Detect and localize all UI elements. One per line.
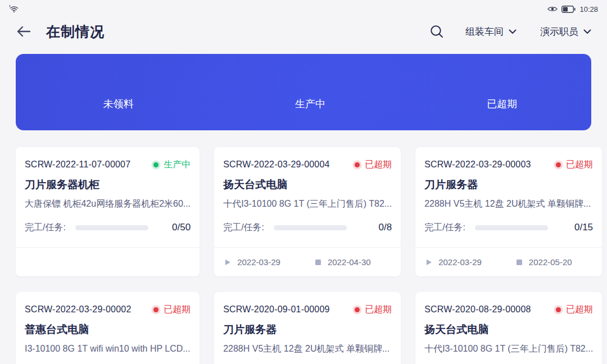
order-number: SCRW-2022-03-29-00003 <box>424 160 531 170</box>
square-icon <box>315 260 321 265</box>
status-badge: 已超期 <box>355 304 392 316</box>
order-number: SCRW-2022-03-29-00002 <box>25 304 132 315</box>
progress-label: 完工/任务: <box>223 222 264 234</box>
product-description: 大唐保镖 机柜42u网络服务器机柜2米60... <box>25 198 191 210</box>
play-icon <box>427 260 432 265</box>
card-body: SCRW-2022-03-29-00004 已超期 扬天台式电脑 十代I3-10… <box>214 147 401 233</box>
card-body: SCRW-2020-08-29-00008 已超期 扬天台式电脑 十代I3-10… <box>415 292 602 364</box>
product-description: 十代I3-10100 8G 1T (三年上门售后) T82... <box>223 198 392 210</box>
progress-label: 完工/任务: <box>424 222 465 234</box>
card-footer <box>16 248 200 276</box>
work-order-card[interactable]: SCRW-2022-03-29-00004 已超期 扬天台式电脑 十代I3-10… <box>214 147 401 276</box>
start-date-value: 2022-03-29 <box>438 257 482 267</box>
page-title: 在制情况 <box>46 22 105 41</box>
status-dot-icon <box>355 162 360 167</box>
status-bar: 10:28 <box>0 0 607 16</box>
progress-row: 完工/任务: 0/8 <box>223 222 392 233</box>
work-order-card[interactable]: SCRW-2020-09-01-00009 已超期 刀片服务器 2288H V5… <box>214 292 401 364</box>
card-footer: 2022-03-29 2022-05-20 <box>415 248 602 276</box>
progress-value: 0/15 <box>548 222 593 233</box>
status-dot-icon <box>153 307 158 312</box>
tab-in-production[interactable]: 生产中 <box>214 97 406 111</box>
due-date-value: 2022-05-20 <box>529 257 572 267</box>
status-dot-icon <box>556 307 561 312</box>
user-dropdown[interactable]: 演示职员 <box>540 25 591 38</box>
product-title: 刀片服务器 <box>424 178 593 192</box>
status-label: 生产中 <box>164 159 191 171</box>
workshop-dropdown-label: 组装车间 <box>465 25 504 38</box>
eye-icon <box>547 6 558 12</box>
play-icon <box>225 260 230 265</box>
start-date: 2022-03-29 <box>225 257 280 267</box>
status-badge: 已超期 <box>355 159 392 171</box>
chevron-down-icon <box>509 29 517 34</box>
order-number: SCRW-2022-11-07-00007 <box>25 160 130 170</box>
card-body: SCRW-2022-03-29-00002 已超期 普惠台式电脑 I3-1010… <box>16 292 200 364</box>
work-order-card[interactable]: SCRW-2022-03-29-00003 已超期 刀片服务器 2288H V5… <box>415 147 602 276</box>
due-date: 2022-04-30 <box>315 257 371 267</box>
status-label: 已超期 <box>365 304 392 316</box>
search-icon[interactable] <box>429 24 444 39</box>
square-icon <box>517 260 522 265</box>
work-order-card[interactable]: SCRW-2022-03-29-00002 已超期 普惠台式电脑 I3-1010… <box>16 292 200 364</box>
tab-not-picked[interactable]: 未领料 <box>22 97 214 111</box>
card-grid: SCRW-2022-11-07-00007 生产中 刀片服务器机柜 大唐保镖 机… <box>16 147 591 364</box>
product-title: 刀片服务器 <box>223 323 392 336</box>
back-button[interactable] <box>16 25 31 38</box>
card-body: SCRW-2022-03-29-00003 已超期 刀片服务器 2288H V5… <box>415 147 602 233</box>
status-label: 已超期 <box>566 304 593 316</box>
status-dot-icon <box>556 162 561 167</box>
progress-bar <box>475 225 548 230</box>
product-description: 十代I3-10100 8G 1T (三年上门售后) T82... <box>424 343 593 354</box>
status-badge: 已超期 <box>556 304 593 316</box>
start-date-value: 2022-03-29 <box>237 257 280 267</box>
tab-overdue[interactable]: 已超期 <box>406 97 598 111</box>
product-description: 2288H V5主机 12盘 2U机架式 单颗铜牌... <box>424 198 593 210</box>
start-date: 2022-03-29 <box>427 257 482 267</box>
status-summary-banner: 未领料 生产中 已超期 <box>16 54 591 130</box>
product-title: 扬天台式电脑 <box>424 323 593 336</box>
progress-row: 完工/任务: 0/15 <box>424 222 593 233</box>
wifi-icon <box>9 4 19 13</box>
status-badge: 生产中 <box>153 159 191 171</box>
status-dot-icon <box>153 162 158 167</box>
progress-value: 0/50 <box>148 222 191 233</box>
product-title: 刀片服务器机柜 <box>25 178 191 192</box>
status-label: 已超期 <box>566 159 593 171</box>
work-order-card[interactable]: SCRW-2022-11-07-00007 生产中 刀片服务器机柜 大唐保镖 机… <box>16 147 200 276</box>
progress-label: 完工/任务: <box>25 222 66 234</box>
chevron-down-icon <box>583 29 591 34</box>
card-body: SCRW-2020-09-01-00009 已超期 刀片服务器 2288H V5… <box>214 292 401 364</box>
progress-bar <box>274 225 347 230</box>
clock-time: 10:28 <box>579 5 598 13</box>
card-body: SCRW-2022-11-07-00007 生产中 刀片服务器机柜 大唐保镖 机… <box>16 147 200 233</box>
status-dot-icon <box>355 307 360 312</box>
due-date-value: 2022-04-30 <box>328 257 371 267</box>
product-description: I3-10100 8G 1T wifi win10 with HP LCD... <box>25 343 191 354</box>
card-footer: 2022-03-29 2022-04-30 <box>214 248 401 276</box>
order-number: SCRW-2022-03-29-00004 <box>223 160 330 170</box>
work-order-card[interactable]: SCRW-2020-08-29-00008 已超期 扬天台式电脑 十代I3-10… <box>415 292 602 364</box>
progress-value: 0/8 <box>347 222 392 233</box>
order-number: SCRW-2020-09-01-00009 <box>223 304 330 315</box>
status-label: 已超期 <box>164 304 191 316</box>
product-title: 扬天台式电脑 <box>223 178 392 192</box>
status-label: 已超期 <box>365 159 392 171</box>
due-date: 2022-05-20 <box>517 257 572 267</box>
user-dropdown-label: 演示职员 <box>540 25 578 38</box>
order-number: SCRW-2020-08-29-00008 <box>424 304 531 315</box>
workshop-dropdown[interactable]: 组装车间 <box>465 25 517 38</box>
progress-bar <box>75 225 148 230</box>
progress-row: 完工/任务: 0/50 <box>25 222 191 233</box>
battery-icon <box>561 6 576 13</box>
product-description: 2288H V5主机 12盘 2U机架式 单颗铜牌... <box>223 343 392 354</box>
product-title: 普惠台式电脑 <box>25 323 191 336</box>
status-badge: 已超期 <box>153 304 191 316</box>
status-badge: 已超期 <box>556 159 593 171</box>
header: 在制情况 组装车间 演示职员 <box>0 16 607 47</box>
